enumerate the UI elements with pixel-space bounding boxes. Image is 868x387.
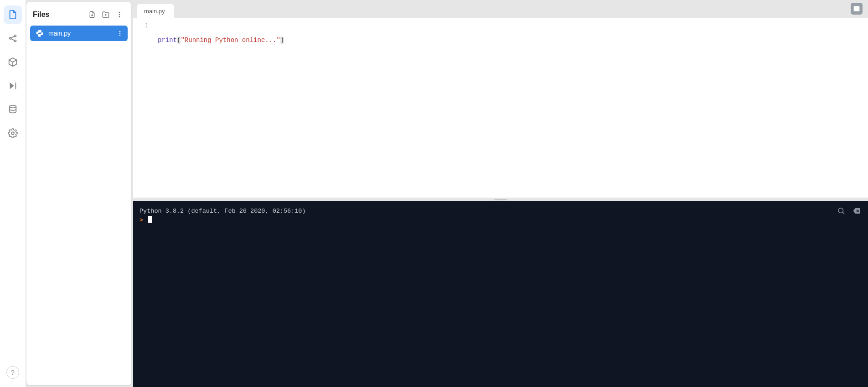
console-prompt: > [140, 217, 143, 224]
file-item-more-icon[interactable] [116, 29, 124, 37]
svg-point-13 [119, 12, 120, 13]
svg-line-24 [842, 212, 844, 214]
editor-gutter: 1 [133, 18, 153, 198]
svg-point-14 [119, 14, 120, 15]
svg-point-7 [10, 105, 16, 108]
code-line: print("Running Python online...") [158, 36, 868, 45]
file-item-label: main.py [48, 30, 111, 37]
console-cursor [148, 216, 152, 223]
icon-rail: ? [0, 0, 26, 387]
console-panel[interactable]: Python 3.8.2 (default, Feb 26 2020, 02:5… [133, 201, 868, 387]
line-number: 1 [133, 21, 149, 30]
help-button[interactable]: ? [6, 366, 19, 379]
svg-point-8 [11, 132, 14, 135]
editor-content[interactable]: print("Running Python online...") [153, 18, 868, 198]
database-icon[interactable] [4, 100, 22, 119]
code-editor[interactable]: 1 print("Running Python online...") [133, 18, 868, 198]
main-area: main.py 1 print("Running Python online..… [133, 0, 868, 387]
files-icon[interactable] [4, 5, 22, 24]
markdown-toggle-icon[interactable] [851, 3, 863, 15]
new-file-icon[interactable] [87, 9, 98, 20]
pane-divider[interactable] [133, 198, 868, 201]
svg-line-3 [11, 36, 14, 38]
svg-point-15 [119, 16, 120, 17]
packages-icon[interactable] [4, 53, 22, 71]
console-tools [836, 206, 862, 216]
console-search-icon[interactable] [836, 206, 846, 216]
files-more-icon[interactable] [114, 9, 125, 20]
console-clear-icon[interactable] [852, 206, 862, 216]
svg-line-4 [11, 39, 14, 41]
svg-point-23 [838, 208, 843, 213]
run-icon[interactable] [4, 77, 22, 95]
files-title: Files [33, 10, 84, 19]
console-prompt-line[interactable]: > [140, 216, 862, 225]
share-icon[interactable] [4, 29, 22, 47]
svg-point-17 [119, 33, 120, 34]
svg-point-18 [119, 35, 120, 36]
new-folder-icon[interactable] [100, 9, 111, 20]
python-file-icon [36, 29, 44, 37]
files-panel: Files main.py [26, 2, 131, 385]
file-item-main-py[interactable]: main.py [30, 26, 128, 41]
tabs-row: main.py [133, 0, 868, 18]
svg-point-16 [119, 31, 120, 32]
svg-marker-5 [10, 83, 14, 89]
files-header: Files [30, 5, 128, 26]
tab-main-py[interactable]: main.py [137, 4, 174, 18]
settings-icon[interactable] [4, 124, 22, 142]
console-banner: Python 3.8.2 (default, Feb 26 2020, 02:5… [140, 207, 862, 216]
